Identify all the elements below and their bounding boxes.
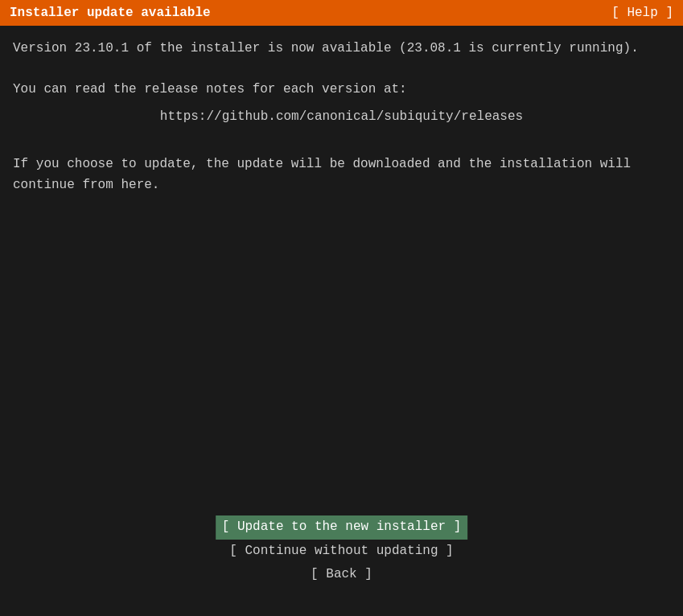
buttons-area: [ Update to the new installer ] [ Contin… bbox=[216, 515, 468, 587]
header-title: Installer update available bbox=[10, 6, 211, 20]
header-bar: Installer update available [ Help ] bbox=[0, 0, 683, 26]
url-line: https://github.com/canonical/subiquity/r… bbox=[13, 107, 670, 128]
content-line3: You can read the release notes for each … bbox=[13, 80, 670, 101]
content-line2 bbox=[13, 60, 670, 80]
help-button[interactable]: [ Help ] bbox=[611, 6, 673, 20]
update-button[interactable]: [ Update to the new installer ] bbox=[216, 515, 468, 540]
content-area: Version 23.10.1 of the installer is now … bbox=[0, 26, 683, 208]
continue-button[interactable]: [ Continue without updating ] bbox=[223, 540, 459, 564]
content-line1: Version 23.10.1 of the installer is now … bbox=[13, 39, 670, 60]
content-line5: If you choose to update, the update will… bbox=[13, 154, 670, 195]
content-line4 bbox=[13, 133, 670, 154]
back-button[interactable]: [ Back ] bbox=[304, 563, 379, 587]
